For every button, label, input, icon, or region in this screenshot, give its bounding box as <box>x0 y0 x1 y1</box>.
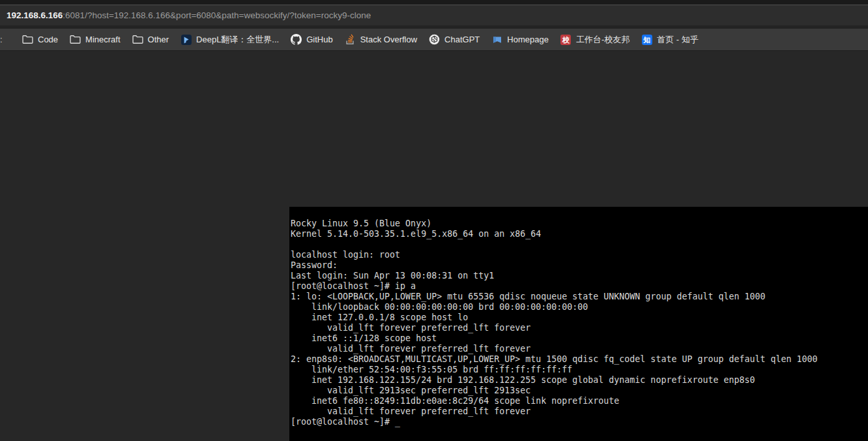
address-bar-path: :6081/?host=192.168.6.166&port=6080&path… <box>63 10 371 20</box>
novnc-page-background: Rocky Linux 9.5 (Blue Onyx) Kernel 5.14.… <box>0 52 868 441</box>
bookmark-label: Minecraft <box>85 35 120 44</box>
bookmark-item[interactable]: Homepage <box>491 34 549 45</box>
homepage-flag-icon <box>491 34 502 45</box>
bookmark-item[interactable]: GitHub <box>291 34 332 45</box>
address-bar[interactable]: 192.168.6.166:6081/?host=192.168.6.166&p… <box>0 5 868 25</box>
github-icon <box>291 34 302 45</box>
bookmark-item[interactable]: Minecraft <box>70 34 120 45</box>
vnc-screen[interactable]: Rocky Linux 9.5 (Blue Onyx) Kernel 5.14.… <box>289 207 868 441</box>
stackoverflow-icon <box>345 34 356 45</box>
bookmark-label: 首页 - 知乎 <box>657 34 699 46</box>
bookmark-item[interactable]: 知首页 - 知乎 <box>641 34 699 46</box>
xiaoyoubang-icon: 校 <box>560 34 571 45</box>
bookmark-label: DeepL翻译：全世界... <box>196 34 279 46</box>
bookmark-label: Other <box>148 35 169 44</box>
zhihu-icon: 知 <box>641 34 652 45</box>
folder-icon <box>70 34 81 45</box>
window-top-strip <box>0 0 868 5</box>
deepl-icon <box>181 34 192 45</box>
folder-icon <box>22 34 33 45</box>
chatgpt-icon <box>429 34 440 45</box>
bookmark-label: GitHub <box>306 35 332 44</box>
address-bar-host: 192.168.6.166 <box>7 10 63 20</box>
browser-window: { "address_bar": { "host": "192.168.6.16… <box>0 0 868 441</box>
bookmark-item[interactable]: Stack Overflow <box>345 34 417 45</box>
bookmark-item[interactable]: Code <box>22 34 58 45</box>
truncated-bookmark-fragment[interactable]: : <box>0 35 3 44</box>
bookmark-label: 工作台-校友邦 <box>576 34 629 46</box>
terminal-output[interactable]: Rocky Linux 9.5 (Blue Onyx) Kernel 5.14.… <box>289 207 868 427</box>
folder-icon <box>132 34 143 45</box>
bookmark-item[interactable]: 校工作台-校友邦 <box>560 34 629 46</box>
bookmark-item[interactable]: Other <box>132 34 169 45</box>
bookmark-item[interactable]: DeepL翻译：全世界... <box>181 34 279 46</box>
bookmark-label: Homepage <box>507 35 549 44</box>
bookmark-label: ChatGPT <box>444 35 480 44</box>
bookmark-label: Code <box>38 35 58 44</box>
bookmark-label: Stack Overflow <box>360 35 417 44</box>
bookmark-item[interactable]: ChatGPT <box>429 34 480 45</box>
bookmarks-bar: : CodeMinecraftOtherDeepL翻译：全世界...GitHub… <box>0 29 868 51</box>
